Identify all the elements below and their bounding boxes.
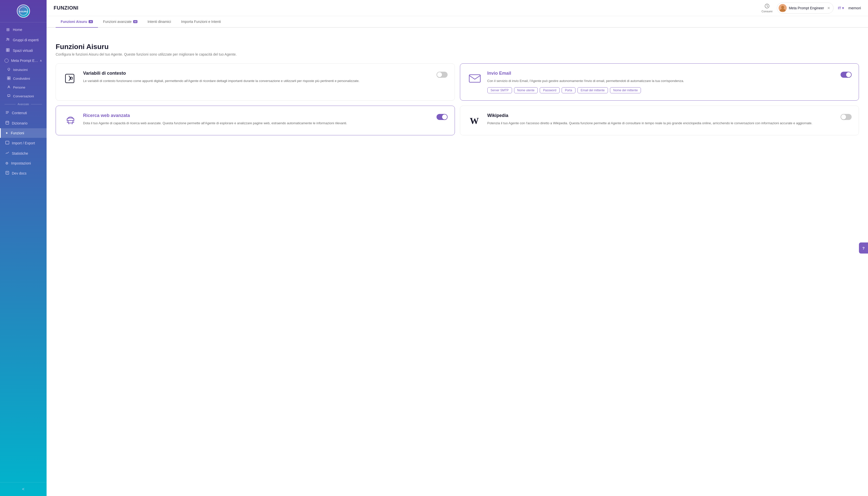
ai-badge: AI [133,20,137,23]
sidebar-item-label: Meta Prompt E… [11,59,38,63]
card-email: Invio Email Con il servizio di invio Ema… [460,63,859,100]
sidebar-item-persone[interactable]: Persone [0,83,47,92]
agent-close-button[interactable]: ✕ [827,6,830,10]
tag-nome-mittente[interactable]: Nome del mittente [610,87,641,93]
sidebar-item-dizionario[interactable]: Dizionario [0,118,47,128]
sidebar-item-import-export[interactable]: Import / Export [0,138,47,148]
sidebar-item-spazi[interactable]: Spazi virtuali [0,45,47,56]
chevron-down-icon: ▾ [842,6,844,10]
sidebar-nav: ⊞ Home Gruppi di esperti Spazi virtuali … [0,22,47,482]
card-title-email: Invio Email [488,71,836,76]
tab-importa[interactable]: Importa Funzioni e Intenti [176,16,226,28]
svg-rect-5 [8,48,9,50]
page-header-title: FUNZIONI [54,5,78,11]
consumi-button[interactable]: Consumi [762,3,772,13]
header-right: Consumi Meta Prompt Engineer ✕ IT ▾ memo… [762,2,861,14]
svg-rect-16 [6,121,9,124]
tag-nome-utente[interactable]: Nome utente [514,87,538,93]
help-button[interactable]: ? [859,243,868,253]
toggle-variabili-wrap [436,71,448,78]
svg-point-24 [781,6,784,9]
ai-badge: AI [89,20,93,23]
email-icon [467,71,482,86]
sidebar-item-label: Persone [13,86,25,89]
language-selector[interactable]: IT ▾ [838,6,844,10]
contenuti-icon [5,110,9,115]
toggle-wikipedia[interactable] [841,114,852,120]
collapse-button[interactable]: < [19,485,28,493]
svg-rect-28 [469,75,480,82]
help-icon: ? [862,246,865,250]
sidebar-item-label: Home [13,28,22,32]
tag-email-mittente[interactable]: Email del mittente [578,87,608,93]
card-desc-ricerca: Dota il tuo Agente di capacità di ricerc… [83,121,432,126]
meta-prompt-icon [4,59,9,63]
tab-label: Importa Funzioni e Intenti [181,20,221,24]
sidebar-item-istruiscimi[interactable]: Istruiscimi [0,65,47,74]
sidebar-item-dev-docs[interactable]: Dev docs [0,168,47,178]
card-tags-email: Server SMTP Nome utente Password Porta E… [488,87,836,93]
sidebar-footer: < [0,482,47,496]
svg-point-2 [7,38,8,39]
card-body-ricerca: Ricerca web avanzata Dota il tuo Agente … [83,113,432,126]
sidebar-item-funzioni[interactable]: ✦ Funzioni [0,128,47,138]
tag-porta[interactable]: Porta [562,87,575,93]
svg-point-30 [70,120,71,121]
sidebar-item-home[interactable]: ⊞ Home [0,25,47,35]
cards-grid: Variabili di contesto Le variabili di co… [56,63,859,135]
user-menu[interactable]: memori [848,6,861,10]
sidebar-item-contenuti[interactable]: Contenuti [0,108,47,118]
top-header: FUNZIONI Consumi Meta Prompt Engineer ✕ … [47,0,868,16]
group-icon [5,37,10,43]
svg-rect-11 [9,78,10,80]
consumi-icon [764,3,770,9]
spazi-icon [5,48,10,53]
settings-icon: ⚙ [5,161,9,165]
svg-rect-8 [7,77,9,78]
tab-label: Funzioni avanzate [103,20,132,24]
sidebar-item-impostazioni[interactable]: ⚙ Impostazioni [0,158,47,168]
tab-funzioni-aisuru[interactable]: Funzioni Aisuru AI [56,16,98,28]
sidebar-item-meta-prompt[interactable]: Meta Prompt E… ∧ [0,56,47,65]
agent-selector[interactable]: Meta Prompt Engineer ✕ [777,2,833,14]
tab-intenti-dinamici[interactable]: Intenti dinamici [143,16,176,28]
sidebar-item-condividimi[interactable]: Condividimi [0,74,47,83]
svg-rect-9 [9,77,10,78]
agent-name: Meta Prompt Engineer [789,6,824,10]
person-icon [7,85,11,90]
toggle-email-wrap [841,71,852,78]
card-desc-variabili: Le variabili di contesto funzionano come… [83,78,432,84]
svg-rect-10 [7,78,9,80]
toggle-variabili[interactable] [436,72,448,78]
toggle-ricerca-wrap [436,113,448,120]
sidebar-item-label: Conversazioni [13,94,34,98]
tab-label: Funzioni Aisuru [61,20,87,24]
card-ricerca-web: Ricerca web avanzata Dota il tuo Agente … [56,106,455,135]
toggle-email[interactable] [841,72,852,78]
sidebar-item-label: Condividimi [13,77,30,80]
lang-label: IT [838,6,841,10]
sidebar-item-statistiche[interactable]: Statistiche [0,148,47,158]
sidebar-item-label: Dizionario [12,121,27,125]
sidebar-item-gruppi[interactable]: Gruppi di esperti [0,35,47,45]
sidebar: AISURU ⊞ Home Gruppi di esperti Spazi vi… [0,0,47,496]
sidebar-item-conversazioni[interactable]: Conversazioni [0,92,47,100]
bulb-icon [7,68,11,72]
main-content: FUNZIONI Consumi Meta Prompt Engineer ✕ … [47,0,868,496]
variabili-icon [63,71,78,86]
card-variabili: Variabili di contesto Le variabili di co… [56,63,455,100]
sidebar-logo: AISURU [0,0,47,22]
sidebar-item-label: Import / Export [12,141,35,145]
statistiche-icon [5,151,9,156]
tab-funzioni-avanzate[interactable]: Funzioni avanzate AI [98,16,143,28]
funzioni-icon: ✦ [5,131,8,135]
toggle-ricerca-web[interactable] [436,114,448,120]
svg-rect-18 [5,141,9,144]
tag-password[interactable]: Password [540,87,559,93]
svg-point-12 [8,86,10,87]
svg-rect-19 [6,171,9,174]
tag-smtp[interactable]: Server SMTP [488,87,512,93]
home-icon: ⊞ [5,27,10,32]
logo-icon[interactable]: AISURU [17,4,30,18]
sidebar-divider-avanzate: Avanzate [0,100,47,108]
